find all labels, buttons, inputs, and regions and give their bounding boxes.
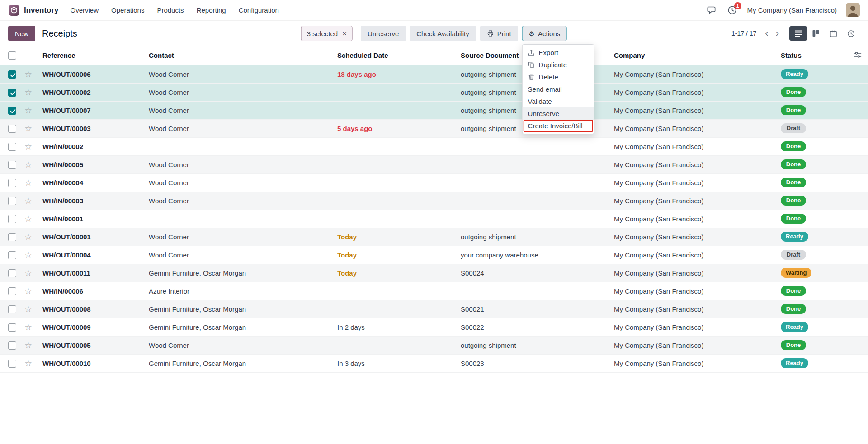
- favorite-star-icon[interactable]: ☆: [24, 268, 32, 278]
- check-availability-button[interactable]: Check Availability: [410, 26, 476, 41]
- favorite-star-icon[interactable]: ☆: [24, 106, 32, 115]
- menu-item-delete[interactable]: Delete: [523, 71, 594, 83]
- activity-view-icon[interactable]: [842, 26, 860, 41]
- favorite-star-icon[interactable]: ☆: [24, 70, 32, 79]
- row-checkbox[interactable]: [8, 89, 16, 97]
- row-checkbox[interactable]: [8, 215, 16, 223]
- row-checkbox[interactable]: [8, 341, 16, 350]
- row-checkbox[interactable]: [8, 360, 16, 368]
- row-checkbox[interactable]: [8, 323, 16, 332]
- menu-item-unreserve[interactable]: Unreserve: [523, 107, 594, 120]
- favorite-star-icon[interactable]: ☆: [24, 322, 32, 332]
- col-header-reference[interactable]: Reference: [39, 46, 145, 65]
- row-checkbox[interactable]: [8, 251, 16, 259]
- menu-operations[interactable]: Operations: [111, 6, 144, 14]
- table-row[interactable]: ☆ WH/OUT/00001 Wood Corner Today outgoin…: [0, 228, 868, 246]
- favorite-star-icon[interactable]: ☆: [24, 232, 32, 242]
- favorite-star-icon[interactable]: ☆: [24, 160, 32, 169]
- pager-value[interactable]: 1-17 / 17: [731, 30, 756, 37]
- table-row[interactable]: ☆ WH/IN/00004 Wood Corner My Company (Sa…: [0, 173, 868, 192]
- col-header-status[interactable]: Status: [777, 46, 839, 65]
- row-checkbox[interactable]: [8, 287, 16, 295]
- table-row[interactable]: ☆ WH/IN/00003 Wood Corner My Company (Sa…: [0, 192, 868, 210]
- list-view-icon[interactable]: [789, 26, 807, 41]
- menu-item-duplicate[interactable]: Duplicate: [523, 59, 594, 71]
- menu-item-validate[interactable]: Validate: [523, 95, 594, 107]
- activities-icon[interactable]: 1: [726, 5, 738, 16]
- menu-overview[interactable]: Overview: [71, 6, 99, 14]
- app-switcher[interactable]: Inventory: [8, 5, 59, 16]
- favorite-star-icon[interactable]: ☆: [24, 359, 32, 368]
- unreserve-button[interactable]: Unreserve: [361, 26, 406, 41]
- favorite-star-icon[interactable]: ☆: [24, 142, 32, 151]
- col-header-company[interactable]: Company: [610, 46, 777, 65]
- favorite-star-icon[interactable]: ☆: [24, 124, 32, 133]
- menu-reporting[interactable]: Reporting: [197, 6, 226, 14]
- cell-contact: Wood Corner: [145, 101, 334, 119]
- company-switcher[interactable]: My Company (San Francisco): [747, 6, 837, 14]
- table-row[interactable]: ☆ WH/IN/00002 My Company (San Francisco)…: [0, 137, 868, 155]
- cell-reference: WH/IN/00005: [39, 155, 145, 173]
- favorite-star-icon[interactable]: ☆: [24, 250, 32, 260]
- cell-reference: WH/OUT/00001: [39, 228, 145, 246]
- row-checkbox[interactable]: [8, 197, 16, 205]
- user-avatar[interactable]: [846, 3, 860, 17]
- status-badge: Done: [781, 304, 806, 314]
- col-header-contact[interactable]: Contact: [145, 46, 334, 65]
- row-checkbox[interactable]: [8, 107, 16, 115]
- table-row[interactable]: ☆ WH/OUT/00005 Wood Corner outgoing ship…: [0, 336, 868, 354]
- favorite-star-icon[interactable]: ☆: [24, 304, 32, 314]
- row-checkbox[interactable]: [8, 269, 16, 277]
- status-badge: Done: [781, 196, 806, 206]
- favorite-star-icon[interactable]: ☆: [24, 286, 32, 296]
- row-checkbox[interactable]: [8, 125, 16, 133]
- row-checkbox[interactable]: [8, 143, 16, 151]
- cell-reference: WH/OUT/00003: [39, 119, 145, 137]
- menu-configuration[interactable]: Configuration: [239, 6, 279, 14]
- calendar-view-icon[interactable]: [825, 26, 842, 41]
- table-row[interactable]: ☆ WH/OUT/00008 Gemini Furniture, Oscar M…: [0, 300, 868, 318]
- favorite-star-icon[interactable]: ☆: [24, 196, 32, 206]
- cell-scheduled-date: [334, 300, 457, 318]
- row-checkbox[interactable]: [8, 179, 16, 187]
- table-row[interactable]: ☆ WH/OUT/00004 Wood Corner Today your co…: [0, 246, 868, 264]
- row-checkbox[interactable]: [8, 233, 16, 241]
- pager-next-icon[interactable]: ›: [773, 28, 782, 38]
- row-checkbox[interactable]: [8, 305, 16, 313]
- cell-contact: Gemini Furniture, Oscar Morgan: [145, 354, 334, 372]
- cell-company: My Company (San Francisco): [610, 300, 777, 318]
- favorite-star-icon[interactable]: ☆: [24, 178, 32, 187]
- table-row[interactable]: ☆ WH/OUT/00011 Gemini Furniture, Oscar M…: [0, 264, 868, 282]
- table-row[interactable]: ☆ WH/IN/00006 Azure Interior My Company …: [0, 282, 868, 300]
- actions-button[interactable]: ⚙ Actions: [522, 26, 567, 41]
- messages-icon[interactable]: [706, 5, 717, 16]
- table-row[interactable]: ☆ WH/IN/00001 My Company (San Francisco)…: [0, 210, 868, 228]
- row-checkbox[interactable]: [8, 161, 16, 169]
- menu-products[interactable]: Products: [157, 6, 184, 14]
- menu-item-create-invoice-bill[interactable]: Create Invoice/Bill: [524, 120, 593, 132]
- optional-columns-icon[interactable]: [854, 51, 862, 59]
- clear-selection-icon[interactable]: ×: [342, 30, 347, 37]
- favorite-star-icon[interactable]: ☆: [24, 214, 32, 224]
- row-checkbox[interactable]: [8, 70, 16, 79]
- cell-scheduled-date: In 2 days: [334, 318, 457, 336]
- kanban-view-icon[interactable]: [807, 26, 825, 41]
- menu-item-send-email[interactable]: Send email: [523, 83, 594, 95]
- col-header-scheduled-date[interactable]: Scheduled Date: [334, 46, 457, 65]
- pager-previous-icon[interactable]: ‹: [762, 28, 771, 38]
- table-row[interactable]: ☆ WH/IN/00005 Wood Corner My Company (Sa…: [0, 155, 868, 173]
- table-row[interactable]: ☆ WH/OUT/00006 Wood Corner 18 days ago o…: [0, 65, 868, 83]
- table-row[interactable]: ☆ WH/OUT/00002 Wood Corner outgoing ship…: [0, 83, 868, 101]
- new-button[interactable]: New: [8, 26, 35, 41]
- menu-item-export[interactable]: Export: [523, 47, 594, 59]
- table-row[interactable]: ☆ WH/OUT/00010 Gemini Furniture, Oscar M…: [0, 354, 868, 372]
- table-row[interactable]: ☆ WH/OUT/00003 Wood Corner 5 days ago ou…: [0, 119, 868, 137]
- favorite-star-icon[interactable]: ☆: [24, 341, 32, 350]
- table-row[interactable]: ☆ WH/OUT/00009 Gemini Furniture, Oscar M…: [0, 318, 868, 336]
- cell-reference: WH/OUT/00009: [39, 318, 145, 336]
- select-all-checkbox[interactable]: [8, 51, 16, 60]
- table-row[interactable]: ☆ WH/OUT/00007 Wood Corner outgoing ship…: [0, 101, 868, 119]
- cell-source-document: your company warehouse: [457, 246, 610, 264]
- print-button[interactable]: Print: [480, 26, 518, 41]
- favorite-star-icon[interactable]: ☆: [24, 88, 32, 97]
